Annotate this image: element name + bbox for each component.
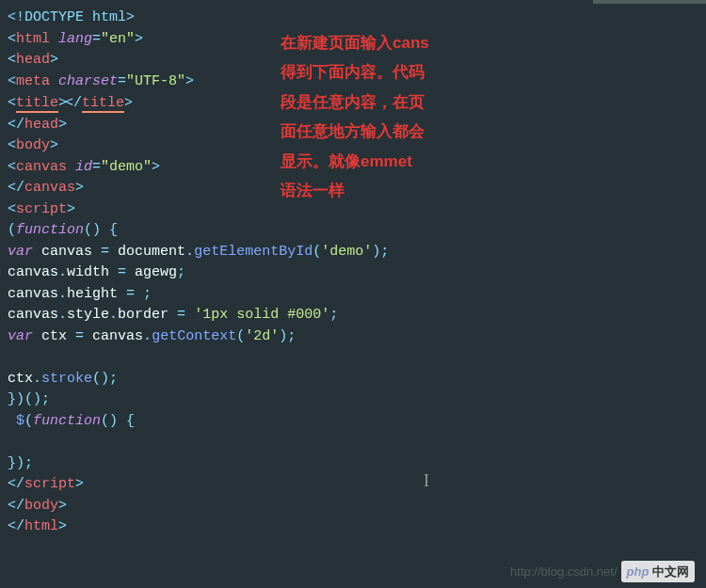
code-line-width: canvas.width = agewg; (8, 262, 698, 284)
code-line-stroke: ctx.stroke(); (8, 369, 698, 390)
annotation-line: 语法一样 (281, 176, 488, 205)
code-line-blank (8, 347, 698, 369)
watermark: http://blog.csdn.net/ php 中文网 (510, 561, 695, 583)
code-line-jquery-close: }); (8, 453, 698, 475)
annotation-line: 得到下面内容。代码 (281, 57, 488, 87)
annotation-line: 段是任意内容，在页 (281, 87, 488, 117)
code-line-iife-open: (function() { (8, 220, 698, 242)
code-line-height: canvas.height = ; (8, 284, 698, 306)
code-line-var-canvas: var canvas = document.getElementById('de… (8, 242, 698, 263)
code-line-script-close: </script> (8, 474, 698, 496)
watermark-logo: php 中文网 (621, 561, 695, 583)
code-line-blank2 (8, 432, 698, 453)
code-editor[interactable]: <!DOCTYPE html> <html lang="en"> <head> … (0, 8, 706, 538)
annotation-line: 面任意地方输入都会 (281, 117, 488, 146)
watermark-url: http://blog.csdn.net/ (510, 563, 617, 581)
code-line-body-close: </body> (8, 496, 698, 517)
code-line-jquery-open: $(function() { (8, 411, 698, 433)
annotation-overlay: 在新建页面输入cans 得到下面内容。代码 段是任意内容，在页 面任意地方输入都… (281, 28, 488, 206)
code-line-doctype: <!DOCTYPE html> (8, 8, 698, 29)
code-line-var-ctx: var ctx = canvas.getContext('2d'); (8, 326, 698, 348)
annotation-line: 在新建页面输入cans (281, 28, 488, 57)
annotation-line: 显示。就像emmet (281, 147, 488, 176)
code-line-html-close: </html> (8, 516, 698, 538)
minimap-indicator (593, 0, 706, 4)
code-line-iife-close: })(); (8, 389, 698, 411)
code-line-border: canvas.style.border = '1px solid #000'; (8, 305, 698, 326)
ibeam-cursor-icon: I (424, 469, 429, 494)
